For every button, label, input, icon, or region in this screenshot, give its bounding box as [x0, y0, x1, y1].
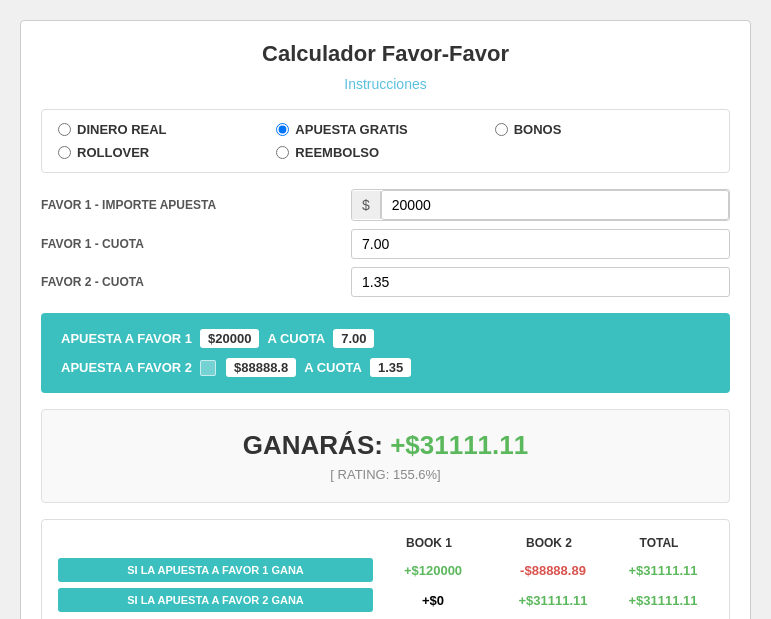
copy-icon[interactable]: [200, 360, 216, 376]
radio-item-reembolso[interactable]: REEMBOLSO: [276, 145, 494, 160]
favor1-cuota-label: FAVOR 1 - CUOTA: [41, 237, 351, 251]
favor1-cuota-row: FAVOR 1 - CUOTA: [41, 229, 730, 259]
results-row1-label: SI LA APUESTA A FAVOR 1 GANA: [58, 558, 373, 582]
favor1-cuota-input[interactable]: [351, 229, 730, 259]
results-header-book1: BOOK 1: [369, 536, 489, 550]
results-row2-book1: +$0: [373, 593, 493, 608]
label-rollover: ROLLOVER: [77, 145, 149, 160]
win-amount: +$31111.11: [390, 430, 528, 460]
win-box: GANARÁS: +$31111.11 [ RATING: 155.6%]: [41, 409, 730, 503]
summary-row2-label: APUESTA A FAVOR 2: [61, 360, 192, 375]
summary-row1-amount: $20000: [200, 329, 259, 348]
results-row2-total: +$31111.11: [613, 593, 713, 608]
results-row2-book2: +$31111.11: [493, 593, 613, 608]
favor1-importe-row: FAVOR 1 - IMPORTE APUESTA $: [41, 189, 730, 221]
radio-bonos[interactable]: [495, 123, 508, 136]
page-title: Calculador Favor-Favor: [41, 41, 730, 67]
summary-row1-cuota-label: A CUOTA: [267, 331, 325, 346]
favor2-cuota-label: FAVOR 2 - CUOTA: [41, 275, 351, 289]
radio-reembolso[interactable]: [276, 146, 289, 159]
radio-item-bonos[interactable]: BONOS: [495, 122, 713, 137]
results-header-total: TOTAL: [609, 536, 709, 550]
summary-row-2: APUESTA A FAVOR 2 $88888.8 A CUOTA 1.35: [61, 358, 710, 377]
page-wrapper: Calculador Favor-Favor Instrucciones DIN…: [20, 20, 751, 619]
label-apuesta-gratis: APUESTA GRATIS: [295, 122, 407, 137]
results-row1-total: +$31111.11: [613, 563, 713, 578]
label-bonos: BONOS: [514, 122, 562, 137]
radio-item-apuesta-gratis[interactable]: APUESTA GRATIS: [276, 122, 494, 137]
summary-row2-cuota: 1.35: [370, 358, 411, 377]
win-text: GANARÁS: +$31111.11: [62, 430, 709, 461]
summary-row2-amount: $88888.8: [226, 358, 296, 377]
results-row-1: SI LA APUESTA A FAVOR 1 GANA +$120000 -$…: [58, 558, 713, 582]
favor1-importe-wrap: $: [351, 189, 730, 221]
results-header: BOOK 1 BOOK 2 TOTAL: [58, 536, 713, 550]
favor2-cuota-wrap: [351, 267, 730, 297]
favor2-cuota-input[interactable]: [351, 267, 730, 297]
results-header-book2: BOOK 2: [489, 536, 609, 550]
rating-text: [ RATING: 155.6%]: [62, 467, 709, 482]
summary-row1-label: APUESTA A FAVOR 1: [61, 331, 192, 346]
results-row2-label: SI LA APUESTA A FAVOR 2 GANA: [58, 588, 373, 612]
results-row-2: SI LA APUESTA A FAVOR 2 GANA +$0 +$31111…: [58, 588, 713, 612]
label-reembolso: REEMBOLSO: [295, 145, 379, 160]
favor1-prefix: $: [352, 191, 381, 219]
favor1-importe-input-group: $: [351, 189, 730, 221]
favor1-cuota-wrap: [351, 229, 730, 259]
instructions-link[interactable]: Instrucciones: [344, 76, 426, 92]
results-row1-book2: -$88888.89: [493, 563, 613, 578]
label-dinero-real: DINERO REAL: [77, 122, 167, 137]
win-label: GANARÁS:: [243, 430, 383, 460]
favor2-cuota-row: FAVOR 2 - CUOTA: [41, 267, 730, 297]
radio-item-rollover[interactable]: ROLLOVER: [58, 145, 276, 160]
favor1-importe-label: FAVOR 1 - IMPORTE APUESTA: [41, 198, 351, 212]
summary-box: APUESTA A FAVOR 1 $20000 A CUOTA 7.00 AP…: [41, 313, 730, 393]
results-box: BOOK 1 BOOK 2 TOTAL SI LA APUESTA A FAVO…: [41, 519, 730, 619]
summary-row-1: APUESTA A FAVOR 1 $20000 A CUOTA 7.00: [61, 329, 710, 348]
radio-item-dinero-real[interactable]: DINERO REAL: [58, 122, 276, 137]
summary-row1-cuota: 7.00: [333, 329, 374, 348]
results-row1-book1: +$120000: [373, 563, 493, 578]
favor1-importe-input[interactable]: [381, 190, 729, 220]
form-section: FAVOR 1 - IMPORTE APUESTA $ FAVOR 1 - CU…: [41, 189, 730, 297]
radio-apuesta-gratis[interactable]: [276, 123, 289, 136]
results-header-empty: [62, 536, 369, 550]
radio-section: DINERO REAL APUESTA GRATIS BONOS ROLLOVE…: [41, 109, 730, 173]
radio-dinero-real[interactable]: [58, 123, 71, 136]
instructions-link-wrapper: Instrucciones: [41, 75, 730, 93]
summary-row2-cuota-label: A CUOTA: [304, 360, 362, 375]
radio-rollover[interactable]: [58, 146, 71, 159]
